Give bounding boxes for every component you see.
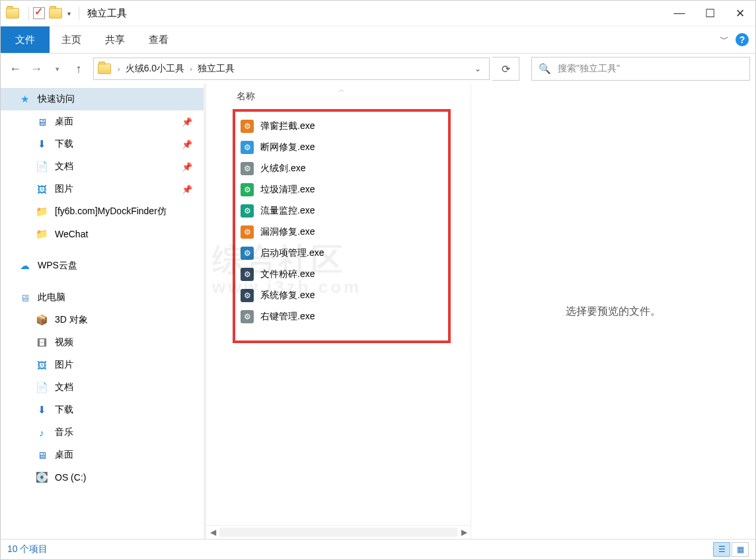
file-item[interactable]: ⚙流量监控.exe: [235, 200, 448, 221]
column-label: 名称: [237, 91, 255, 101]
sidebar-label: OS (C:): [55, 472, 86, 483]
docs-icon: 📄: [35, 161, 48, 173]
sidebar-item[interactable]: ⬇下载: [1, 399, 206, 421]
file-item[interactable]: ⚙弹窗拦截.exe: [235, 116, 448, 137]
file-name: 流量监控.exe: [260, 205, 315, 217]
sidebar-item[interactable]: ♪音乐: [1, 421, 206, 444]
divider: [28, 7, 29, 20]
qat-dropdown-icon[interactable]: ▾: [67, 10, 71, 17]
sidebar-item[interactable]: 📄文档: [1, 376, 206, 399]
exe-icon: ⚙: [241, 310, 254, 323]
tab-home[interactable]: 主页: [50, 26, 93, 53]
desktop-icon: 🖥: [35, 449, 48, 461]
back-button[interactable]: ←: [6, 60, 24, 78]
tab-share[interactable]: 共享: [93, 26, 137, 53]
sidebar-item[interactable]: 🖥桌面📌: [1, 110, 206, 133]
download-icon: ⬇: [35, 138, 48, 150]
cube-icon: 📦: [35, 314, 48, 326]
sidebar-label: 图片: [55, 183, 73, 195]
minimize-button[interactable]: —: [664, 1, 695, 26]
preview-empty-text: 选择要预览的文件。: [566, 305, 661, 319]
refresh-button[interactable]: ⟳: [492, 57, 519, 81]
folder-icon: 📁: [35, 228, 48, 240]
sidebar-item[interactable]: 📁WeChat: [1, 223, 206, 245]
file-item[interactable]: ⚙系统修复.exe: [235, 285, 448, 306]
pin-icon: 📌: [182, 162, 192, 172]
sidebar-label: 图片: [55, 359, 73, 371]
address-bar[interactable]: › 火绒6.0小工具 › 独立工具 ⌄: [93, 58, 490, 80]
file-item[interactable]: ⚙文件粉碎.exe: [235, 264, 448, 285]
chevron-right-icon[interactable]: ›: [115, 65, 123, 73]
address-dropdown-icon[interactable]: ⌄: [471, 64, 485, 73]
scroll-left-icon[interactable]: ◀: [206, 528, 219, 537]
sidebar-item[interactable]: 📄文档📌: [1, 155, 206, 178]
sidebar-label: 桌面: [55, 116, 73, 128]
sidebar-this-pc[interactable]: 🖥 此电脑: [1, 286, 206, 309]
file-name: 垃圾清理.exe: [260, 184, 315, 196]
details-view-button[interactable]: ☰: [713, 542, 730, 557]
column-header-name[interactable]: 名称 ︿: [206, 84, 471, 106]
scroll-track[interactable]: [219, 528, 457, 537]
download-icon: ⬇: [35, 404, 48, 416]
file-item[interactable]: ⚙断网修复.exe: [235, 137, 448, 158]
sidebar-item[interactable]: 🖼图片📌: [1, 178, 206, 200]
sidebar-label: 下载: [55, 404, 73, 416]
tab-view[interactable]: 查看: [137, 26, 180, 53]
chevron-right-icon[interactable]: ›: [187, 65, 195, 73]
exe-icon: ⚙: [241, 268, 254, 281]
sidebar-item[interactable]: 🖥桌面: [1, 444, 206, 466]
file-list[interactable]: 名称 ︿ ⚙弹窗拦截.exe⚙断网修复.exe⚙火绒剑.exe⚙垃圾清理.exe…: [206, 84, 471, 539]
scroll-right-icon[interactable]: ▶: [457, 528, 471, 537]
up-button[interactable]: ↑: [69, 60, 88, 78]
file-name: 右键管理.exe: [260, 311, 315, 323]
file-item[interactable]: ⚙火绒剑.exe: [235, 158, 448, 179]
sidebar-label: 文档: [55, 161, 73, 173]
sidebar-quick-access[interactable]: ★ 快速访问: [1, 88, 206, 110]
sidebar-item[interactable]: 📦3D 对象: [1, 309, 206, 331]
window-title: 独立工具: [87, 7, 127, 20]
sidebar-label: 桌面: [55, 449, 73, 461]
nav-bar: ← → ▾ ↑ › 火绒6.0小工具 › 独立工具 ⌄ ⟳ 🔍 搜索"独立工具": [1, 54, 755, 84]
sidebar-label: 文档: [55, 381, 73, 393]
desktop-icon: 🖥: [35, 116, 48, 128]
icons-view-button[interactable]: ▦: [732, 542, 749, 557]
nav-pane[interactable]: ★ 快速访问 🖥桌面📌⬇下载📌📄文档📌🖼图片📌📁[fy6b.com]MyDock…: [1, 84, 206, 539]
sidebar-label: [fy6b.com]MyDockFinder仿: [55, 206, 167, 218]
forward-button[interactable]: →: [27, 60, 46, 78]
sidebar-item[interactable]: 💽OS (C:): [1, 466, 206, 489]
sidebar-label: WPS云盘: [38, 260, 77, 272]
pin-icon: 📌: [182, 184, 192, 194]
file-item[interactable]: ⚙漏洞修复.exe: [235, 221, 448, 243]
body: ★ 快速访问 🖥桌面📌⬇下载📌📄文档📌🖼图片📌📁[fy6b.com]MyDock…: [1, 84, 755, 539]
close-button[interactable]: ✕: [725, 1, 755, 26]
sidebar-item[interactable]: 🎞视频: [1, 331, 206, 354]
file-item[interactable]: ⚙垃圾清理.exe: [235, 179, 448, 200]
resize-handle[interactable]: [204, 84, 206, 539]
horizontal-scrollbar[interactable]: ◀ ▶: [206, 525, 471, 539]
search-box[interactable]: 🔍 搜索"独立工具": [531, 57, 750, 81]
file-tab[interactable]: 文件: [1, 26, 50, 53]
ribbon-collapse-icon[interactable]: ﹀: [720, 34, 729, 46]
maximize-button[interactable]: ☐: [695, 1, 725, 26]
sidebar-wps-cloud[interactable]: ☁ WPS云盘: [1, 255, 206, 277]
folder-icon: 📁: [35, 206, 48, 218]
file-item[interactable]: ⚙启动项管理.exe: [235, 243, 448, 264]
help-icon[interactable]: ?: [736, 33, 749, 46]
breadcrumb-item[interactable]: 火绒6.0小工具: [123, 63, 187, 75]
sidebar-item[interactable]: 🖼图片: [1, 354, 206, 376]
video-icon: 🎞: [35, 337, 48, 348]
sidebar-label: 音乐: [55, 426, 73, 438]
pc-icon: 🖥: [18, 292, 31, 303]
status-bar: 10 个项目 ☰ ▦: [1, 539, 755, 559]
history-dropdown-icon[interactable]: ▾: [48, 60, 67, 78]
file-item[interactable]: ⚙右键管理.exe: [235, 306, 448, 327]
explorer-window: ▾ 独立工具 — ☐ ✕ 文件 主页 共享 查看 ﹀ ? ← → ▾ ↑ › 火…: [0, 0, 756, 560]
breadcrumb-item[interactable]: 独立工具: [195, 63, 237, 75]
sort-indicator-icon: ︿: [338, 85, 345, 95]
item-count: 10 个项目: [7, 543, 48, 555]
sidebar-item[interactable]: 📁[fy6b.com]MyDockFinder仿: [1, 200, 206, 223]
divider: [79, 7, 79, 20]
qat-checkbox-icon[interactable]: [33, 7, 45, 19]
pics-icon: 🖼: [35, 359, 48, 371]
sidebar-item[interactable]: ⬇下载📌: [1, 133, 206, 155]
